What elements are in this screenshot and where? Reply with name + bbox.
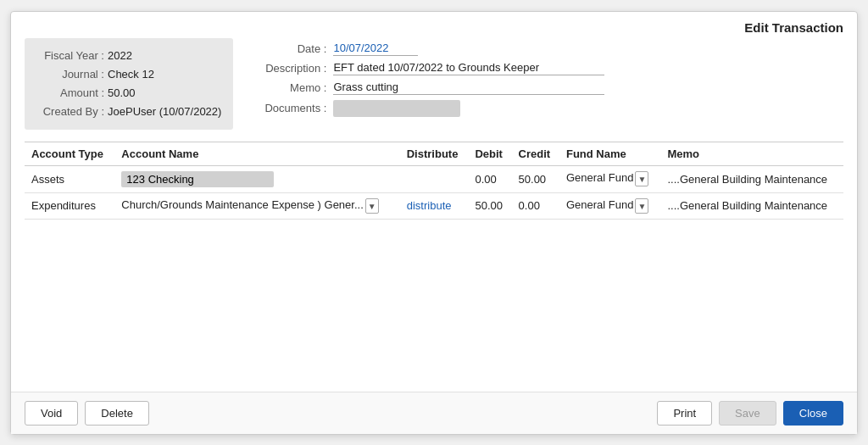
cell-account-type: Expenditures xyxy=(25,192,114,219)
created-by-row: Created By : JoePUser (10/07/2022) xyxy=(36,103,221,121)
cell-credit: 50.00 xyxy=(512,165,559,192)
void-button[interactable]: Void xyxy=(25,401,78,426)
modal-title: Edit Transaction xyxy=(744,20,843,35)
fund-dropdown-arrow[interactable]: ▼ xyxy=(635,171,648,186)
journal-value: Check 12 xyxy=(108,65,154,84)
footer-right: Print Save Close xyxy=(657,401,843,426)
date-row: Date : 10/07/2022 xyxy=(250,42,843,56)
created-by-value: JoePUser (10/07/2022) xyxy=(108,103,221,121)
close-button[interactable]: Close xyxy=(783,401,843,426)
documents-label: Documents : xyxy=(250,102,326,114)
footer-left: Void Delete xyxy=(25,401,149,426)
date-label: Date : xyxy=(250,42,326,55)
cell-account-name[interactable] xyxy=(114,165,399,192)
fiscal-year-value: 2022 xyxy=(108,47,132,65)
th-account-name: Account Name xyxy=(114,142,399,165)
cell-account-name: Church/Grounds Maintenance Expense ) Gen… xyxy=(114,192,399,219)
amount-value: 50.00 xyxy=(108,84,136,103)
cell-fund-name: General Fund▼ xyxy=(559,192,661,219)
table-row: ExpendituresChurch/Grounds Maintenance E… xyxy=(25,192,843,219)
modal-footer: Void Delete Print Save Close xyxy=(11,392,857,434)
created-by-label: Created By : xyxy=(36,103,104,121)
journal-label: Journal : xyxy=(36,65,104,84)
memo-value: Grass cutting xyxy=(333,81,604,95)
th-distribute: Distribute xyxy=(400,142,469,165)
cell-memo: ....General Building Maintenance xyxy=(660,192,843,219)
info-box: Fiscal Year : 2022 Journal : Check 12 Am… xyxy=(25,38,233,130)
cell-distribute xyxy=(400,165,469,192)
modal-header: Edit Transaction xyxy=(11,12,857,38)
th-debit: Debit xyxy=(468,142,511,165)
save-button[interactable]: Save xyxy=(719,401,776,426)
th-memo: Memo xyxy=(660,142,843,165)
table-header-row: Account Type Account Name Distribute Deb… xyxy=(25,142,843,165)
cell-memo: ....General Building Maintenance xyxy=(660,165,843,192)
amount-row: Amount : 50.00 xyxy=(36,84,221,103)
form-section: Date : 10/07/2022 Description : EFT date… xyxy=(250,38,843,117)
cell-fund-name: General Fund▼ xyxy=(559,165,661,192)
amount-label: Amount : xyxy=(36,84,104,103)
fund-dropdown-arrow[interactable]: ▼ xyxy=(635,198,648,214)
account-name-dropdown-arrow[interactable]: ▼ xyxy=(365,198,379,214)
date-value: 10/07/2022 xyxy=(333,42,418,56)
documents-row: Documents : xyxy=(250,100,843,117)
account-name-input[interactable] xyxy=(121,171,274,187)
description-row: Description : EFT dated 10/07/2022 to Gr… xyxy=(250,61,843,75)
cell-debit: 50.00 xyxy=(468,192,511,219)
cell-account-type: Assets xyxy=(25,165,114,192)
th-account-type: Account Type xyxy=(25,142,114,165)
memo-label: Memo : xyxy=(250,81,326,94)
delete-button[interactable]: Delete xyxy=(85,401,149,426)
cell-debit: 0.00 xyxy=(468,165,511,192)
modal-body: Fiscal Year : 2022 Journal : Check 12 Am… xyxy=(11,38,857,392)
description-value: EFT dated 10/07/2022 to Grounds Keeper xyxy=(333,61,604,75)
journal-row: Journal : Check 12 xyxy=(36,65,221,84)
table-row: Assets0.0050.00General Fund▼....General … xyxy=(25,165,843,192)
th-fund-name: Fund Name xyxy=(559,142,661,165)
cell-distribute[interactable]: distribute xyxy=(400,192,469,219)
print-button[interactable]: Print xyxy=(657,401,712,426)
edit-transaction-modal: Edit Transaction Fiscal Year : 2022 Jour… xyxy=(10,11,858,435)
top-section: Fiscal Year : 2022 Journal : Check 12 Am… xyxy=(25,38,843,130)
table-section: Account Type Account Name Distribute Deb… xyxy=(25,142,843,385)
th-credit: Credit xyxy=(512,142,559,165)
memo-row: Memo : Grass cutting xyxy=(250,81,843,95)
fiscal-year-label: Fiscal Year : xyxy=(36,47,104,65)
transactions-table: Account Type Account Name Distribute Deb… xyxy=(25,142,843,220)
fiscal-year-row: Fiscal Year : 2022 xyxy=(36,47,221,65)
documents-value xyxy=(333,100,460,117)
cell-credit: 0.00 xyxy=(512,192,559,219)
description-label: Description : xyxy=(250,62,326,75)
distribute-link[interactable]: distribute xyxy=(407,199,452,212)
